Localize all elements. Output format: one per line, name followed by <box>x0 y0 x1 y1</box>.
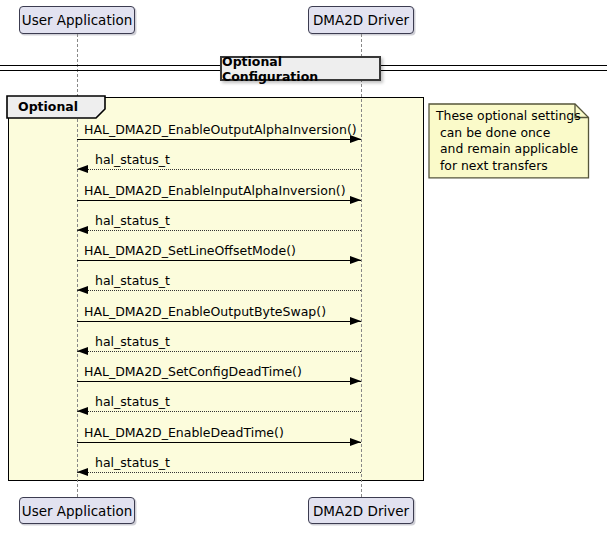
arrowhead-icon <box>350 256 361 264</box>
arrowhead-icon <box>77 468 88 476</box>
message-label-call: HAL_DMA2D_EnableInputAlphaInversion() <box>84 183 346 198</box>
participant-bottom-dma2d-driver: DMA2D Driver <box>308 497 414 524</box>
participant-label: DMA2D Driver <box>313 12 409 28</box>
message-label-call: HAL_DMA2D_SetLineOffsetMode() <box>84 243 296 258</box>
arrowhead-icon <box>350 377 361 385</box>
call-arrow <box>77 442 361 443</box>
arrowhead-icon <box>77 165 88 173</box>
arrowhead-icon <box>77 347 88 355</box>
message-label-return: hal_status_t <box>95 213 170 228</box>
participant-label: User Application <box>22 12 133 28</box>
return-arrow <box>77 169 361 170</box>
lifeline-dma2d-driver <box>361 34 362 497</box>
return-arrow <box>77 411 361 412</box>
call-arrow <box>77 200 361 201</box>
group-label: Optional <box>18 99 78 114</box>
message-label-return: hal_status_t <box>95 455 170 470</box>
call-arrow <box>77 260 361 261</box>
sequence-diagram: Optional Optional Configuration User App… <box>0 0 607 534</box>
message-label-return: hal_status_t <box>95 394 170 409</box>
call-arrow <box>77 321 361 322</box>
participant-top-user-application: User Application <box>19 6 135 34</box>
note-text: These optional settings can be done once… <box>436 108 584 174</box>
arrowhead-icon <box>350 438 361 446</box>
divider-label: Optional Configuration <box>220 56 381 81</box>
message-label-return: hal_status_t <box>95 152 170 167</box>
arrowhead-icon <box>77 407 88 415</box>
return-arrow <box>77 472 361 473</box>
call-arrow <box>77 139 361 140</box>
message-label-call: HAL_DMA2D_EnableOutputAlphaInversion() <box>84 122 357 137</box>
message-label-return: hal_status_t <box>95 334 170 349</box>
arrowhead-icon <box>77 286 88 294</box>
arrowhead-icon <box>350 135 361 143</box>
message-label-call: HAL_DMA2D_EnableOutputByteSwap() <box>84 304 326 319</box>
participant-top-dma2d-driver: DMA2D Driver <box>308 6 414 34</box>
participant-label: DMA2D Driver <box>313 503 409 519</box>
note: These optional settings can be done once… <box>428 103 590 179</box>
participant-label: User Application <box>22 503 133 519</box>
call-arrow <box>77 381 361 382</box>
message-label-call: HAL_DMA2D_EnableDeadTime() <box>84 425 284 440</box>
participant-bottom-user-application: User Application <box>19 497 135 524</box>
message-label-call: HAL_DMA2D_SetConfigDeadTime() <box>84 364 302 379</box>
return-arrow <box>77 230 361 231</box>
return-arrow <box>77 351 361 352</box>
arrowhead-icon <box>350 317 361 325</box>
return-arrow <box>77 290 361 291</box>
arrowhead-icon <box>77 226 88 234</box>
arrowhead-icon <box>350 196 361 204</box>
message-label-return: hal_status_t <box>95 273 170 288</box>
